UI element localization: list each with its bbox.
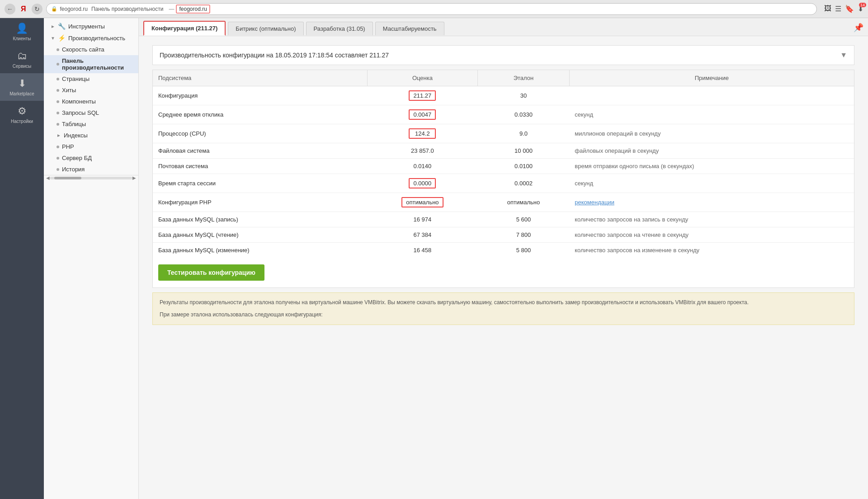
address-bar[interactable]: 🔒 feogorod.ru Панель производительности …	[46, 3, 817, 15]
table-row: Время старта сессии0.00000.0002секунд	[153, 174, 854, 193]
cell-score: 0.0140	[367, 159, 478, 174]
nav-item-hits[interactable]: Хиты	[44, 85, 138, 96]
pin-icon[interactable]: 📌	[854, 23, 863, 34]
perf-collapse-button[interactable]: ▼	[840, 51, 847, 59]
nav-item-db-server[interactable]: Сервер БД	[44, 152, 138, 164]
cell-subsystem: Среднее время отклика	[153, 105, 367, 124]
cell-reference: 10 000	[478, 143, 570, 159]
nav-dot-site-speed	[57, 48, 59, 51]
yandex-logo: Я	[21, 5, 26, 13]
cell-reference: 9.0	[478, 124, 570, 143]
nav-item-components[interactable]: Компоненты	[44, 96, 138, 107]
cell-note: секунд	[569, 105, 854, 124]
score-boxed-value: оптимально	[401, 197, 443, 207]
table-row: База данных MySQL (запись)16 9745 600кол…	[153, 212, 854, 227]
nav-item-site-speed[interactable]: Скорость сайта	[44, 44, 138, 55]
download-icon[interactable]: ⬇14	[858, 5, 863, 13]
sidebar-label-marketplace: Marketplace	[9, 91, 34, 96]
cell-subsystem: База данных MySQL (изменение)	[153, 243, 367, 258]
nav-item-tools[interactable]: ► 🔧 Инструменты	[44, 20, 138, 32]
screenshot-icon[interactable]: 🖼	[824, 5, 831, 13]
sidebar-item-settings[interactable]: ⚙ Настройки	[0, 101, 44, 128]
nav-arrow-perf: ▼	[51, 36, 55, 41]
scroll-left[interactable]: ◀	[46, 175, 50, 180]
nav-item-indexes[interactable]: ► Индексы	[44, 130, 138, 141]
cell-subsystem: Почтовая система	[153, 159, 367, 174]
nav-item-performance[interactable]: ▼ ⚡ Производительность	[44, 32, 138, 44]
recommendations-link[interactable]: рекомендации	[575, 199, 614, 206]
tools-icon: 🔧	[58, 23, 66, 30]
cell-reference: 0.0100	[478, 159, 570, 174]
bookmark-icon[interactable]: 🔖	[845, 5, 854, 13]
col-header-score: Оценка	[367, 70, 478, 86]
back-button[interactable]: ←	[5, 4, 15, 14]
test-config-button[interactable]: Тестировать конфигурацию	[158, 264, 264, 281]
nav-item-pages[interactable]: Страницы	[44, 73, 138, 85]
cell-score: 124.2	[367, 124, 478, 143]
table-row: База данных MySQL (чтение)67 3847 800кол…	[153, 227, 854, 243]
sidebar-item-services[interactable]: 🗂 Сервисы	[0, 46, 44, 73]
cell-reference: 0.0330	[478, 105, 570, 124]
nav-item-php[interactable]: PHP	[44, 141, 138, 152]
clients-icon: 👤	[16, 23, 28, 34]
score-boxed-value: 124.2	[409, 128, 436, 139]
table-row: Процессор (CPU)124.29.0миллионов операци…	[153, 124, 854, 143]
cell-reference: 30	[478, 86, 570, 105]
nav-label-php: PHP	[62, 143, 74, 150]
table-row: Файловая система23 857.010 000файловых о…	[153, 143, 854, 159]
nav-label-site-speed: Скорость сайта	[62, 46, 104, 53]
lock-icon: 🔒	[51, 6, 57, 12]
nav-item-history[interactable]: История	[44, 164, 138, 175]
cell-score: 0.0000	[367, 174, 478, 193]
score-boxed-value: 211.27	[409, 90, 436, 101]
cell-score: 67 384	[367, 227, 478, 243]
cell-note: количество запросов на запись в секунду	[569, 212, 854, 227]
nav-item-sql[interactable]: Запросы SQL	[44, 107, 138, 118]
nav-dot-db-server	[57, 157, 59, 160]
score-boxed-value: 0.0000	[409, 178, 436, 188]
nav-label-sql: Запросы SQL	[62, 109, 99, 116]
nav-dot-php	[57, 146, 59, 148]
nav-label-pages: Страницы	[62, 75, 90, 82]
left-nav-scrollbar: ◀ ▶	[44, 175, 138, 180]
cell-score: 23 857.0	[367, 143, 478, 159]
tab-dev[interactable]: Разработка (31.05)	[306, 22, 373, 35]
nav-label-hits: Хиты	[62, 87, 76, 94]
tab-scale[interactable]: Масштабируемость	[375, 22, 444, 35]
main-content: Конфигурация (211.27) Битрикс (оптимальн…	[139, 18, 868, 499]
cell-note	[569, 86, 854, 105]
sidebar-label-services: Сервисы	[13, 64, 31, 69]
sidebar-item-marketplace[interactable]: ⬇ Marketplace	[0, 73, 44, 101]
scrollbar-thumb	[54, 177, 81, 179]
reload-button[interactable]: ↻	[32, 4, 42, 14]
scroll-right[interactable]: ▶	[132, 175, 136, 180]
cell-subsystem: Файловая система	[153, 143, 367, 159]
nav-label-db-server: Сервер БД	[62, 155, 92, 161]
menu-icon[interactable]: ☰	[835, 5, 841, 13]
tab-bitrix[interactable]: Битрикс (оптимально)	[228, 22, 303, 35]
cell-subsystem: Конфигурация	[153, 86, 367, 105]
cell-reference: 5 800	[478, 243, 570, 258]
sidebar-item-clients[interactable]: 👤 Клиенты	[0, 18, 44, 46]
nav-dot-perf-panel	[57, 63, 59, 66]
nav-dot-hits	[57, 89, 59, 92]
sidebar-label-settings: Настройки	[11, 119, 33, 124]
cell-note: время отправки одного письма (в секундах…	[569, 159, 854, 174]
cell-subsystem: База данных MySQL (запись)	[153, 212, 367, 227]
cell-note: количество запросов на изменение в секун…	[569, 243, 854, 258]
cell-note: секунд	[569, 174, 854, 193]
nav-label-components: Компоненты	[62, 98, 96, 105]
active-address: feogorod.ru	[176, 5, 210, 14]
table-row: Среднее время отклика0.00470.0330секунд	[153, 105, 854, 124]
settings-icon: ⚙	[18, 105, 27, 117]
left-nav: ► 🔧 Инструменты ▼ ⚡ Производительность С…	[44, 18, 139, 499]
tab-config[interactable]: Конфигурация (211.27)	[143, 21, 226, 36]
nav-item-tables[interactable]: Таблицы	[44, 118, 138, 130]
perf-table: Подсистема Оценка Эталон Примечание Конф…	[153, 70, 854, 258]
score-boxed-value: 0.0047	[409, 109, 436, 120]
nav-label-perf-panel: Панель производительности	[62, 57, 134, 71]
app-container: 👤 Клиенты 🗂 Сервисы ⬇ Marketplace ⚙ Наст…	[0, 18, 868, 499]
performance-icon: ⚡	[58, 34, 66, 42]
nav-item-perf-panel[interactable]: Панель производительности	[44, 55, 138, 73]
nav-label-tools: Инструменты	[68, 23, 105, 30]
